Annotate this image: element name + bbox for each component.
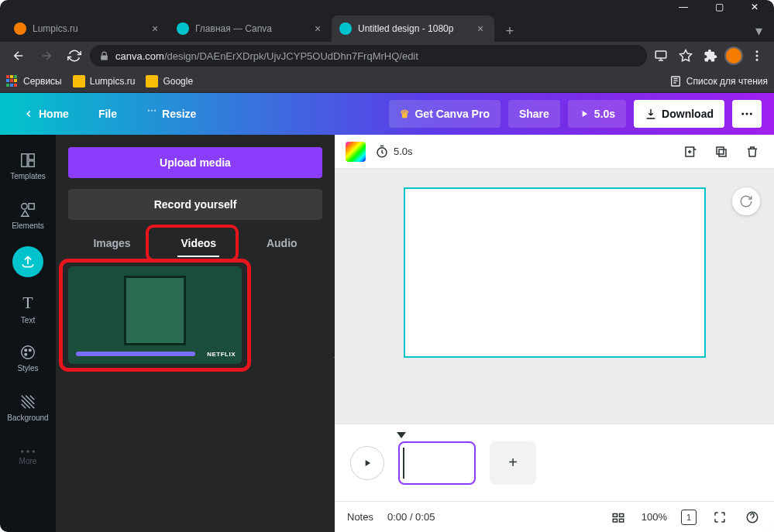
new-tab-button[interactable]: +	[499, 20, 521, 42]
rail-background[interactable]: Background	[0, 384, 56, 431]
download-button[interactable]: Download	[634, 100, 724, 128]
favicon-icon	[14, 22, 26, 35]
window-maximize-button[interactable]: ▢	[701, 0, 737, 14]
tab-title: Lumpics.ru	[33, 23, 143, 34]
tab-audio[interactable]: Audio	[263, 231, 301, 256]
svg-rect-23	[717, 147, 724, 154]
forward-button[interactable]	[34, 43, 59, 68]
lock-icon	[99, 51, 109, 61]
browser-tab[interactable]: Untitled design - 1080p ×	[332, 15, 494, 42]
svg-rect-25	[619, 513, 623, 517]
extensions-icon[interactable]	[700, 45, 721, 67]
grid-view-icon[interactable]	[609, 508, 628, 527]
canvas-area: 5.0s +	[335, 135, 774, 532]
canvas-frame[interactable]	[404, 187, 706, 358]
svg-point-1	[756, 50, 759, 53]
canvas-stage[interactable]	[335, 169, 774, 424]
uploads-panel: Upload media Record yourself Images Vide…	[56, 135, 335, 532]
profile-avatar[interactable]	[724, 46, 743, 65]
favicon-icon	[339, 22, 352, 35]
more-menu-button[interactable]	[732, 100, 762, 128]
record-yourself-button[interactable]: Record yourself	[68, 189, 322, 220]
resize-button[interactable]: Resize	[136, 100, 207, 128]
browser-tab[interactable]: Главная — Canva ×	[169, 15, 332, 42]
svg-point-14	[25, 348, 27, 351]
duplicate-icon[interactable]	[710, 141, 732, 163]
svg-point-13	[22, 345, 35, 359]
help-icon[interactable]	[743, 508, 762, 527]
rail-text[interactable]: T Text	[0, 285, 56, 331]
reading-list-label: Список для чтения	[686, 76, 768, 87]
reload-button[interactable]	[62, 43, 87, 68]
zoom-level[interactable]: 100%	[642, 511, 667, 523]
page-count-icon[interactable]: 1	[681, 510, 697, 525]
color-picker-button[interactable]	[346, 142, 366, 162]
bookmark-folder[interactable]: Lumpics.ru	[73, 75, 136, 88]
add-page-icon[interactable]	[679, 141, 701, 163]
omnibox[interactable]: canva.com/design/DAEnErXDrpk/UjvJCYP5OUd…	[90, 45, 647, 67]
refresh-canvas-button[interactable]	[732, 187, 760, 215]
svg-rect-22	[719, 149, 726, 156]
add-page-button[interactable]: +	[490, 441, 536, 485]
crown-icon: ♛	[400, 108, 410, 120]
svg-rect-24	[613, 513, 617, 517]
upload-media-button[interactable]: Upload media	[68, 147, 322, 178]
canvas-toolbar: 5.0s	[335, 135, 774, 169]
tab-search-button[interactable]: ▾	[748, 20, 769, 42]
rail-templates[interactable]: Templates	[0, 142, 56, 189]
notes-button[interactable]: Notes	[347, 511, 373, 523]
bookmarks-bar: Сервисы Lumpics.ru Google Список для чте…	[0, 70, 774, 93]
elements-icon	[19, 201, 36, 218]
text-icon: T	[22, 293, 33, 313]
playhead-marker[interactable]	[397, 432, 406, 438]
svg-point-17	[21, 450, 24, 453]
browser-tabstrip: Lumpics.ru × Главная — Canva × Untitled …	[0, 14, 774, 42]
timeline-clip[interactable]	[398, 441, 476, 485]
tab-videos[interactable]: Videos	[177, 231, 219, 256]
browser-tab[interactable]: Lumpics.ru ×	[6, 15, 169, 42]
window-minimize-button[interactable]: —	[666, 0, 701, 14]
rail-elements[interactable]: Elements	[0, 192, 56, 239]
close-tab-icon[interactable]: ×	[474, 22, 487, 35]
share-button[interactable]: Share	[508, 100, 560, 128]
svg-point-7	[750, 113, 752, 115]
fullscreen-icon[interactable]	[710, 508, 729, 527]
home-button[interactable]: Home	[12, 100, 80, 128]
canva-header: Home File Resize ♛ Get Canva Pro Share 5…	[0, 93, 774, 135]
close-tab-icon[interactable]: ×	[311, 22, 324, 35]
bottom-bar: Notes 0:00 / 0:05 100% 1	[335, 501, 774, 532]
file-menu-button[interactable]: File	[88, 100, 128, 128]
svg-point-6	[746, 113, 748, 115]
svg-rect-0	[655, 51, 666, 58]
left-rail: Templates Elements T Text Styles Backgro…	[0, 135, 56, 532]
present-icon[interactable]	[650, 45, 672, 67]
bookmark-apps[interactable]: Сервисы	[6, 75, 62, 88]
video-thumbnail[interactable]: NETFLIX	[68, 266, 242, 364]
close-tab-icon[interactable]: ×	[149, 22, 161, 35]
duration-label: 5.0s	[394, 146, 413, 157]
bookmark-star-icon[interactable]	[675, 45, 697, 67]
svg-rect-26	[613, 519, 617, 522]
bookmark-folder[interactable]: Google	[146, 75, 193, 88]
reading-list-button[interactable]: Список для чтения	[669, 75, 768, 88]
play-button[interactable]	[350, 446, 384, 480]
play-preview-button[interactable]: 5.0s	[568, 100, 626, 128]
rail-styles[interactable]: Styles	[0, 335, 56, 381]
panel-tabs: Images Videos Audio	[68, 231, 322, 256]
duration-button[interactable]: 5.0s	[375, 141, 413, 163]
rail-more[interactable]: More	[0, 434, 56, 480]
tab-title: Untitled design - 1080p	[358, 23, 468, 34]
back-button[interactable]	[6, 43, 31, 68]
delete-icon[interactable]	[741, 141, 763, 163]
window-close-button[interactable]: ✕	[737, 0, 772, 14]
get-pro-button[interactable]: ♛ Get Canva Pro	[389, 100, 500, 128]
svg-point-11	[22, 203, 27, 208]
svg-rect-8	[22, 153, 27, 166]
rail-uploads[interactable]	[12, 246, 43, 277]
url-text: canva.com/design/DAEnErXDrpk/UjvJCYP5OUd…	[115, 50, 418, 62]
svg-point-19	[33, 450, 36, 453]
browser-menu-icon[interactable]	[746, 45, 768, 67]
svg-rect-10	[29, 160, 34, 166]
more-icon	[19, 449, 36, 454]
tab-images[interactable]: Images	[90, 231, 133, 256]
